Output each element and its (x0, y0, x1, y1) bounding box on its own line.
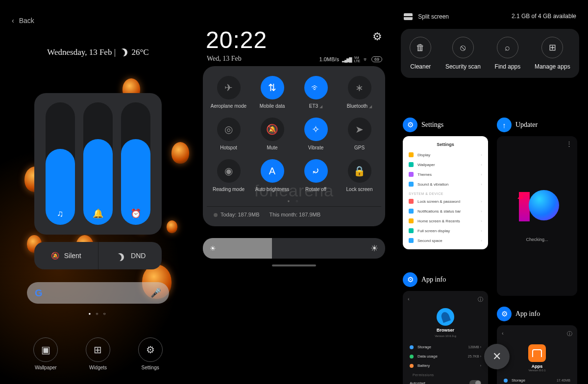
info-icon[interactable]: ⓘ (478, 296, 483, 303)
qs-toggle-gps[interactable]: ➤ GPS (338, 115, 381, 153)
status-bar: 1.0MB/s VoILTE ᯤ 69 (319, 56, 382, 63)
updater-status: Checking... (526, 237, 548, 242)
chevron-left-icon: ‹ (12, 17, 14, 24)
settings-row[interactable]: Wallpaper› (403, 160, 488, 169)
qs-toggle-auto-brightness[interactable]: A Auto brightness (250, 156, 294, 195)
tool-icon: ⊞ (541, 37, 563, 58)
qs-toggle-aeroplane-mode[interactable]: ✈ Aeroplane mode (207, 73, 250, 112)
google-logo-icon: G (35, 288, 43, 299)
recents-card-appinfo-apps[interactable]: ⚙ App info ‹ⓘ Apps Version 8.0.1 Storage… (497, 307, 577, 384)
toggle-icon: 🔒 (348, 159, 371, 183)
settings-row[interactable]: Home screen & Recents› (403, 216, 488, 226)
appinfo-row[interactable]: Data usage25.7KB › (407, 352, 484, 361)
more-menu-button[interactable]: ⋮ (566, 140, 572, 147)
tool-security-scan[interactable]: ⦸Security scan (445, 37, 481, 70)
appinfo-row[interactable]: Storage128MB › (407, 342, 484, 352)
clear-all-button[interactable]: ✕ (484, 344, 510, 369)
status-netspeed: 1.0MB/s (319, 56, 339, 62)
settings-row[interactable]: Lock screen & password› (403, 196, 488, 206)
toggle-icon: ✈ (217, 76, 241, 99)
moon-icon (116, 253, 124, 261)
toggle-icon: ◉ (217, 159, 241, 183)
volume-panel: ♫ 🔔 ⏰ (34, 93, 162, 235)
home-temp: 26°C (132, 48, 149, 57)
alarm-volume-slider[interactable]: ⏰ (121, 102, 150, 225)
qs-settings-button[interactable]: ⚙ (372, 30, 382, 43)
toggle-switch[interactable] (469, 380, 481, 384)
app-name: Apps (532, 364, 543, 369)
qs-toggle-mute[interactable]: 🔕 Mute (250, 115, 294, 153)
storage-row[interactable]: Storage 17.40MB (501, 376, 573, 384)
qs-toggle-hotspot[interactable]: ◎ Hotspot (207, 115, 250, 153)
recents-card-settings[interactable]: ⚙ Settings Settings Display›Wallpaper›Th… (403, 118, 488, 249)
home-date-weather: Wednesday, 13 Feb | 26°C (0, 47, 196, 57)
google-search-bar[interactable]: G 🎤 (27, 282, 169, 304)
silent-button[interactable]: 🔕 Silent (34, 242, 98, 269)
recents-card-updater[interactable]: ↑ Updater ⋮ Checking... (497, 118, 577, 296)
grid-icon: ⊞ (94, 344, 102, 356)
qs-toggle-mobile-data[interactable]: ⇅ Mobile data (250, 73, 294, 112)
back-button[interactable]: ‹ Back (12, 17, 34, 24)
brightness-slider[interactable]: ☀ ☀︎ (203, 238, 385, 259)
settings-row[interactable]: Full screen display› (403, 226, 488, 236)
settings-category: SYSTEM & DEVICE (403, 189, 488, 196)
home-date: Wednesday, 13 Feb (47, 48, 112, 57)
toggle-icon: A (261, 159, 284, 183)
toggle-icon: ✧ (304, 118, 328, 141)
split-screen-button[interactable]: Split screen (404, 12, 449, 20)
dock-wallpaper[interactable]: ▣ Wallpaper (33, 337, 58, 370)
silent-label: Silent (64, 252, 81, 260)
mic-icon[interactable]: 🎤 (150, 288, 161, 298)
close-icon: ✕ (492, 350, 501, 363)
tool-icon: ⌕ (497, 37, 518, 58)
settings-row[interactable]: Display› (403, 150, 488, 160)
memory-status: 2.1 GB of 4 GB available (512, 13, 576, 20)
back-label: Back (19, 17, 34, 24)
browser-app-icon (437, 308, 454, 326)
toggle-icon: ∗ (348, 76, 371, 99)
split-screen-icon (404, 13, 413, 20)
settings-row[interactable]: Themes› (403, 169, 488, 179)
qs-clock: 20:22 (206, 26, 267, 53)
back-icon[interactable]: ‹ (502, 330, 504, 337)
settings-row[interactable]: Notifications & status bar› (403, 206, 488, 216)
qs-toggle-lock-screen[interactable]: 🔒 Lock screen (338, 156, 381, 195)
dock-settings[interactable]: ⚙ Settings (138, 337, 163, 370)
qs-toggle-bluetooth[interactable]: ∗ Bluetooth◢ (338, 73, 381, 112)
settings-row[interactable]: Sound & vibration› (403, 179, 488, 189)
tool-manage-apps[interactable]: ⊞Manage apps (535, 37, 570, 70)
alarm-icon: ⏰ (130, 208, 141, 219)
miui10-logo (515, 190, 559, 224)
recents-toolbar: 🗑Cleaner⦸Security scan⌕Find apps⊞Manage … (401, 29, 579, 78)
autostart-row[interactable]: Autostart (407, 378, 484, 384)
qs-date: Wed, 13 Feb (207, 55, 242, 63)
media-volume-slider[interactable]: ♫ (46, 102, 75, 225)
app-name: Browser (437, 328, 454, 333)
info-icon[interactable]: ⓘ (567, 330, 572, 337)
settings-row[interactable]: Second space› (403, 236, 488, 245)
tool-find-apps[interactable]: ⌕Find apps (495, 37, 521, 70)
ring-volume-slider[interactable]: 🔔 (83, 102, 113, 225)
apps-app-icon (528, 344, 546, 362)
tool-cleaner[interactable]: 🗑Cleaner (410, 37, 431, 70)
battery-badge: 69 (371, 56, 382, 62)
sun-high-icon: ☀︎ (370, 243, 378, 254)
quick-settings-panel: ✈ Aeroplane mode⇅ Mobile dataᯤ ET3◢∗ Blu… (203, 66, 385, 226)
recents-card-appinfo-browser[interactable]: ⚙ App info ‹ⓘ Browser Version 10.6.3-g S… (403, 272, 488, 384)
moon-icon (120, 48, 127, 56)
qs-toggle-reading-mode[interactable]: ◉ Reading mode (207, 156, 250, 195)
qs-data-usage[interactable]: Today: 187.9MB This month: 187.9MB (207, 206, 381, 222)
qs-toggle-et3[interactable]: ᯤ ET3◢ (294, 73, 338, 112)
nav-gesture-pill[interactable] (272, 264, 316, 266)
qs-toggle-rotate-off[interactable]: ⤾ Rotate off (294, 156, 338, 195)
dnd-label: DND (131, 252, 146, 260)
qs-toggle-vibrate[interactable]: ✧ Vibrate (294, 115, 338, 153)
bell-icon: 🔔 (93, 208, 103, 219)
toggle-icon: ⇅ (261, 76, 284, 99)
appinfo-row[interactable]: Battery › (407, 361, 484, 370)
back-icon[interactable]: ‹ (408, 296, 410, 303)
toggle-icon: ➤ (348, 118, 371, 141)
dnd-button[interactable]: DND (98, 242, 162, 269)
dock-widgets[interactable]: ⊞ Widgets (86, 337, 110, 370)
home-page-indicator: ● ○ ○ (0, 312, 196, 316)
